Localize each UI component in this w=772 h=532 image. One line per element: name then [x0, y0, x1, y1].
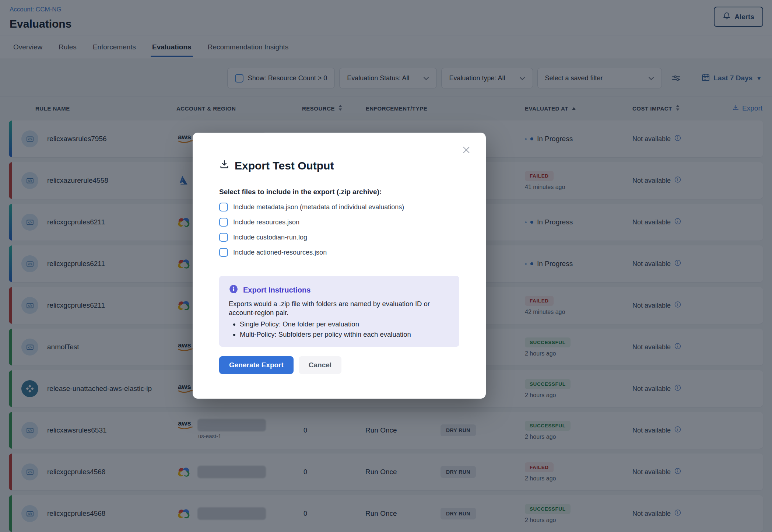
info-head: Export Instructions — [229, 284, 450, 296]
export-option: Include actioned-resources.json — [219, 248, 459, 257]
info-icon — [229, 284, 239, 296]
cancel-button[interactable]: Cancel — [299, 356, 341, 374]
modal-title: Export Test Output — [235, 160, 334, 172]
download-icon — [219, 159, 229, 172]
export-option: Include resources.json — [219, 218, 459, 227]
option-label: Include actioned-resources.json — [233, 249, 327, 256]
option-label: Include custodian-run.log — [233, 234, 307, 241]
export-instructions-box: Export Instructions Exports would a .zip… — [219, 276, 459, 347]
instruction-bullet: Multi-Policy: Subfolders per policy with… — [240, 329, 450, 340]
divider — [219, 178, 459, 178]
option-checkbox[interactable] — [219, 233, 228, 242]
close-icon[interactable] — [462, 145, 471, 155]
option-label: Include metadata.json (metadata of indiv… — [233, 203, 404, 211]
option-label: Include resources.json — [233, 218, 299, 226]
instructions-title: Export Instructions — [243, 286, 310, 294]
evaluations-page: Account: CCM-NG Evaluations Alerts Overv… — [0, 0, 772, 532]
export-option: Include metadata.json (metadata of indiv… — [219, 203, 459, 211]
select-files-label: Select files to include in the export (.… — [219, 188, 459, 196]
option-checkbox[interactable] — [219, 218, 228, 227]
option-checkbox[interactable] — [219, 203, 228, 211]
instructions-bullets: Single Policy: One folder per evaluation… — [240, 319, 450, 340]
modal-buttons: Generate Export Cancel — [219, 356, 459, 374]
option-checkbox[interactable] — [219, 248, 228, 257]
modal-title-row: Export Test Output — [219, 133, 459, 172]
export-option: Include custodian-run.log — [219, 233, 459, 242]
export-modal: Export Test Output Select files to inclu… — [193, 133, 486, 399]
instructions-body: Exports would a .zip file with folders a… — [229, 300, 450, 318]
generate-export-button[interactable]: Generate Export — [219, 356, 294, 374]
export-options: Include metadata.json (metadata of indiv… — [219, 203, 459, 257]
instruction-bullet: Single Policy: One folder per evaluation — [240, 319, 450, 329]
